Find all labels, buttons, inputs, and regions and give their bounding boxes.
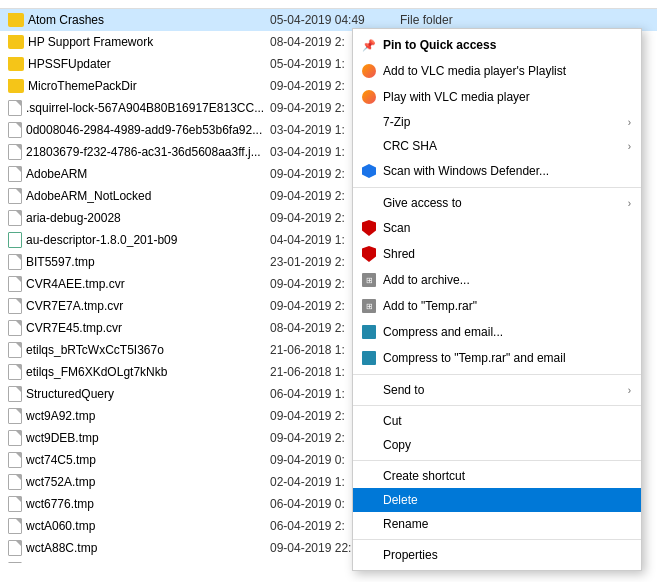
cell-name: wct74C5.tmp <box>0 452 270 468</box>
ctx-label: Shred <box>383 247 631 261</box>
defender-icon <box>361 163 377 179</box>
folder-icon <box>8 57 24 71</box>
ctx-item-cut[interactable]: Cut <box>353 409 641 433</box>
archive-icon: ⊞ <box>361 272 377 288</box>
file-icon <box>8 100 22 116</box>
ctx-label: Pin to Quick access <box>383 38 631 52</box>
file-icon <box>8 254 22 270</box>
ctx-item-crc-sha[interactable]: CRC SHA › <box>353 134 641 158</box>
file-name: etilqs_bRTcWxCcT5I367o <box>26 343 164 357</box>
cell-name: CVR4AEE.tmp.cvr <box>0 276 270 292</box>
file-icon <box>8 562 22 563</box>
file-name: CVR7E7A.tmp.cvr <box>26 299 123 313</box>
submenu-arrow-icon: › <box>628 117 631 128</box>
cell-name: Atom Crashes <box>0 13 270 27</box>
context-menu-separator <box>353 374 641 375</box>
file-icon <box>8 430 22 446</box>
ctx-label: Give access to <box>383 196 622 210</box>
vlc-icon <box>361 63 377 79</box>
ctx-item-add-temp-rar[interactable]: ⊞ Add to "Temp.rar" <box>353 293 641 319</box>
ctx-label: Play with VLC media player <box>383 90 631 104</box>
file-name: AdobeARM <box>26 167 87 181</box>
cell-name: HPSSFUpdater <box>0 57 270 71</box>
submenu-arrow-icon: › <box>628 385 631 396</box>
shield-red-icon <box>361 220 377 236</box>
cell-name: au-descriptor-1.8.0_201-b09 <box>0 232 270 248</box>
cell-name: wct9A92.tmp <box>0 408 270 424</box>
ctx-item-add-vlc-playlist[interactable]: Add to VLC media player's Playlist <box>353 58 641 84</box>
compress-icon <box>361 350 377 366</box>
cell-date: 05-04-2019 04:49 <box>270 13 400 27</box>
ctx-item-rename[interactable]: Rename <box>353 512 641 536</box>
cell-name: HP Support Framework <box>0 35 270 49</box>
file-name: 21803679-f232-4786-ac31-36d5608aa3ff.j..… <box>26 145 261 159</box>
cell-name: 0d008046-2984-4989-add9-76eb53b6fa92... <box>0 122 270 138</box>
ctx-label: Add to archive... <box>383 273 631 287</box>
compress-icon <box>361 324 377 340</box>
file-icon <box>8 364 22 380</box>
context-menu-separator <box>353 460 641 461</box>
cell-name: wctA060.tmp <box>0 518 270 534</box>
cell-name: 21803679-f232-4786-ac31-36d5608aa3ff.j..… <box>0 144 270 160</box>
cell-name: wct752A.tmp <box>0 474 270 490</box>
folder-icon <box>8 79 24 93</box>
ctx-label: Delete <box>383 493 631 507</box>
ctx-label: Compress to "Temp.rar" and email <box>383 351 631 365</box>
ctx-label: Properties <box>383 548 631 562</box>
cell-type: File folder <box>400 13 520 27</box>
ctx-item-send-to[interactable]: Send to › <box>353 378 641 402</box>
ctx-label: Rename <box>383 517 631 531</box>
file-icon <box>8 452 22 468</box>
ctx-item-add-archive[interactable]: ⊞ Add to archive... <box>353 267 641 293</box>
file-icon <box>8 166 22 182</box>
ctx-item-compress-temp-email[interactable]: Compress to "Temp.rar" and email <box>353 345 641 371</box>
folder-icon <box>8 35 24 49</box>
ctx-label: Scan with Windows Defender... <box>383 164 631 178</box>
ctx-item-pin-quick-access[interactable]: 📌 Pin to Quick access <box>353 32 641 58</box>
ctx-item-scan-defender[interactable]: Scan with Windows Defender... <box>353 158 641 184</box>
file-name: wct9A92.tmp <box>26 409 95 423</box>
file-icon <box>8 540 22 556</box>
cell-name: aria-debug-20028 <box>0 210 270 226</box>
ctx-label: CRC SHA <box>383 139 622 153</box>
ctx-label: Copy <box>383 438 631 452</box>
ctx-item-properties[interactable]: Properties <box>353 543 641 567</box>
file-name: 0d008046-2984-4989-add9-76eb53b6fa92... <box>26 123 262 137</box>
pin-icon: 📌 <box>361 37 377 53</box>
ctx-item-create-shortcut[interactable]: Create shortcut <box>353 464 641 488</box>
ctx-item-shred[interactable]: Shred <box>353 241 641 267</box>
ctx-label: Add to "Temp.rar" <box>383 299 631 313</box>
file-icon <box>8 518 22 534</box>
file-name: HPSSFUpdater <box>28 57 111 71</box>
ctx-item-delete[interactable]: Delete <box>353 488 641 512</box>
submenu-arrow-icon: › <box>628 198 631 209</box>
file-name: BIT5597.tmp <box>26 255 95 269</box>
cell-name: etilqs_FM6XKdOLgt7kNkb <box>0 364 270 380</box>
archive-icon: ⊞ <box>361 298 377 314</box>
file-name: wct752A.tmp <box>26 475 95 489</box>
ctx-item-scan[interactable]: Scan <box>353 215 641 241</box>
shield-red-icon <box>361 246 377 262</box>
ctx-label: Scan <box>383 221 631 235</box>
ctx-item-give-access[interactable]: Give access to › <box>353 191 641 215</box>
table-header <box>0 0 657 9</box>
file-icon <box>8 188 22 204</box>
context-menu-separator <box>353 405 641 406</box>
context-menu-separator <box>353 539 641 540</box>
ctx-item-compress-email[interactable]: Compress and email... <box>353 319 641 345</box>
submenu-arrow-icon: › <box>628 141 631 152</box>
file-name: StructuredQuery <box>26 387 114 401</box>
context-menu: 📌 Pin to Quick access Add to VLC media p… <box>352 28 642 571</box>
ctx-label: Add to VLC media player's Playlist <box>383 64 631 78</box>
ctx-item-7zip[interactable]: 7-Zip › <box>353 110 641 134</box>
ctx-label: Compress and email... <box>383 325 631 339</box>
file-icon <box>8 496 22 512</box>
file-name: aria-debug-20028 <box>26 211 121 225</box>
cell-name: CVR7E45.tmp.cvr <box>0 320 270 336</box>
ctx-label: Cut <box>383 414 631 428</box>
ctx-item-copy[interactable]: Copy <box>353 433 641 457</box>
cell-name: etilqs_bRTcWxCcT5I367o <box>0 342 270 358</box>
file-icon <box>8 276 22 292</box>
cell-name: wctA947.tmp <box>0 562 270 563</box>
ctx-item-play-vlc[interactable]: Play with VLC media player <box>353 84 641 110</box>
